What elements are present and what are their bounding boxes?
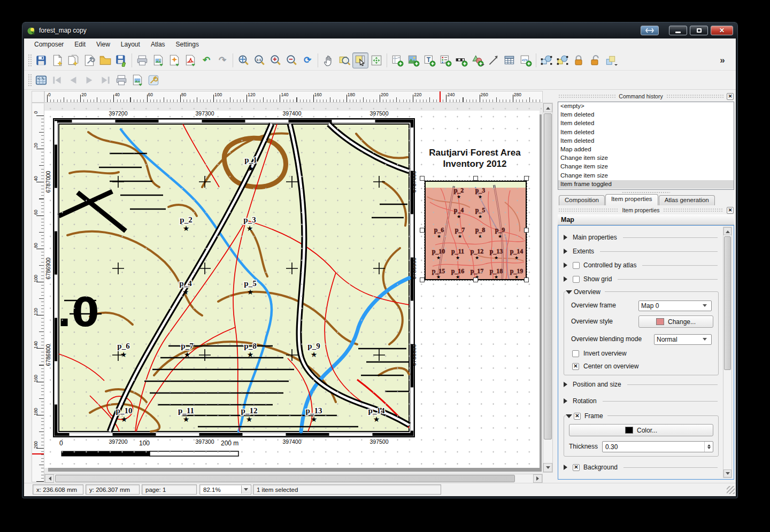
toolbar-grip[interactable] <box>28 54 32 67</box>
toolbar-overflow-button[interactable]: » <box>714 52 730 68</box>
add-image-button[interactable] <box>405 52 421 68</box>
overview-map-item[interactable]: p_2★ p_3★ p_4★ p_5★ p_6★ p_7★ p_8★ p_9★ … <box>425 181 527 280</box>
title-bar[interactable]: forest_map copy ✕ <box>22 22 737 38</box>
map-title-item[interactable]: Rautjarvi Forest Area Inventory 2012 <box>421 147 528 170</box>
save-as-template-button[interactable] <box>113 52 129 68</box>
selection-handle-se[interactable] <box>524 277 529 282</box>
section-overview[interactable]: Overview <box>566 287 605 297</box>
status-zoom-combo[interactable]: 82.1% <box>199 484 251 495</box>
composer-manager-button[interactable] <box>81 52 97 68</box>
close-panel-button[interactable]: ✕ <box>727 207 734 214</box>
selection-handle-e[interactable] <box>524 228 529 233</box>
previous-feature-button[interactable] <box>65 72 81 88</box>
invert-selection-button[interactable] <box>555 52 571 68</box>
composition-canvas[interactable]: .0 p_1★ p_2★ p_3★ p_4★ p_5★ p_6★ p_7★ p_… <box>44 103 542 473</box>
selection-handle-s[interactable] <box>473 277 478 282</box>
maximize-button[interactable] <box>690 26 708 35</box>
background-checkbox[interactable]: ✕ <box>573 464 580 471</box>
zoom-full-button[interactable] <box>235 52 251 68</box>
unlock-items-button[interactable] <box>587 52 603 68</box>
thickness-spinbox[interactable]: 0.30 <box>602 441 713 452</box>
export-image-button[interactable] <box>150 52 166 68</box>
new-composition-button[interactable] <box>49 52 65 68</box>
window-resize-grip[interactable] <box>727 486 735 494</box>
history-item[interactable]: Item deleted <box>558 111 734 119</box>
tab-atlas-generation[interactable]: Atlas generation <box>659 195 715 205</box>
section-background[interactable]: ✕ Background <box>564 462 718 472</box>
raise-items-button[interactable] <box>603 52 619 68</box>
add-attribute-table-button[interactable] <box>502 52 518 68</box>
section-frame[interactable]: ✕ Frame <box>566 411 607 421</box>
preview-atlas-button[interactable] <box>33 72 49 88</box>
add-shape-button[interactable] <box>469 52 486 68</box>
item-properties-titlebar[interactable]: Item properties ✕ <box>557 206 735 214</box>
export-svg-button[interactable] <box>166 52 182 68</box>
history-item[interactable]: Change item size <box>558 163 734 171</box>
add-scalebar-button[interactable] <box>453 52 469 68</box>
spin-buttons[interactable] <box>704 442 713 452</box>
history-item-selected[interactable]: Item frame toggled <box>558 180 734 189</box>
redo-button[interactable]: ↷ <box>214 52 230 68</box>
history-item[interactable]: Item deleted <box>558 128 734 137</box>
zoom-actual-button[interactable]: 1:1 <box>251 52 267 68</box>
overview-style-change-button[interactable]: Change... <box>638 315 713 328</box>
duplicate-composition-button[interactable] <box>65 52 81 68</box>
history-item[interactable]: Map added <box>558 145 734 154</box>
toolbar-grip[interactable] <box>28 74 32 87</box>
move-item-content-button[interactable] <box>368 52 384 68</box>
canvas-vertical-scrollbar[interactable] <box>543 103 553 473</box>
zoom-in-button[interactable] <box>267 52 283 68</box>
overview-blending-combo[interactable]: Normal <box>654 334 712 345</box>
last-feature-button[interactable] <box>97 72 113 88</box>
command-history-titlebar[interactable]: Command history ✕ <box>557 92 735 101</box>
history-item[interactable]: Item deleted <box>558 119 734 128</box>
menu-edit[interactable]: Edit <box>70 40 90 49</box>
command-history-list[interactable]: <empty> Item deleted Item deleted Item d… <box>558 102 734 190</box>
selection-handle-sw[interactable] <box>420 277 425 282</box>
canvas-horizontal-scrollbar[interactable] <box>44 474 543 483</box>
print-atlas-button[interactable] <box>113 72 129 88</box>
zoom-out-button[interactable] <box>283 52 299 68</box>
refresh-view-button[interactable]: ⟳ <box>299 52 315 68</box>
export-pdf-button[interactable] <box>182 52 198 68</box>
menu-layout[interactable]: Layout <box>116 40 145 49</box>
overview-frame-combo[interactable]: Map 0 <box>638 300 712 311</box>
select-all-button[interactable] <box>538 52 555 68</box>
map-item[interactable]: .0 p_1★ p_2★ p_3★ p_4★ p_5★ p_6★ p_7★ p_… <box>59 124 409 431</box>
zoom-region-button[interactable] <box>336 52 352 68</box>
print-button[interactable] <box>134 52 150 68</box>
composition-page[interactable]: .0 p_1★ p_2★ p_3★ p_4★ p_5★ p_6★ p_7★ p_… <box>44 111 540 468</box>
menu-settings[interactable]: Settings <box>171 40 204 49</box>
undo-button[interactable]: ↶ <box>198 52 214 68</box>
save-project-button[interactable] <box>33 52 49 68</box>
tab-item-properties[interactable]: Item properties <box>605 194 658 205</box>
scalebar-item[interactable]: 0 100 200 m <box>58 438 245 460</box>
section-main-properties[interactable]: Main properties <box>564 233 718 242</box>
frame-checkbox[interactable]: ✕ <box>574 413 581 420</box>
center-on-overview-checkbox[interactable]: ✕ <box>572 363 579 370</box>
section-show-grid[interactable]: Show grid <box>564 274 718 284</box>
keep-on-top-button[interactable] <box>641 26 659 35</box>
section-position-and-size[interactable]: Position and size <box>564 380 718 389</box>
select-move-item-button[interactable] <box>352 52 368 68</box>
invert-overview-row[interactable]: Invert overview <box>572 350 627 357</box>
history-item[interactable]: Item deleted <box>558 137 734 145</box>
section-controlled-by-atlas[interactable]: Controlled by atlas <box>564 260 718 270</box>
section-extents[interactable]: Extents <box>564 246 718 256</box>
dock-splitter[interactable] <box>558 190 734 194</box>
add-html-button[interactable]: </> <box>518 52 534 68</box>
add-label-button[interactable]: T <box>421 52 437 68</box>
selection-handle-ne[interactable] <box>524 176 529 181</box>
add-map-button[interactable] <box>389 52 405 68</box>
close-panel-button[interactable]: ✕ <box>727 93 734 100</box>
menu-view[interactable]: View <box>91 40 115 49</box>
history-item[interactable]: <empty> <box>558 102 734 111</box>
selection-handle-w[interactable] <box>420 228 425 233</box>
history-item[interactable]: Change item size <box>558 172 734 180</box>
menu-atlas[interactable]: Atlas <box>146 40 170 49</box>
tab-composition[interactable]: Composition <box>559 195 605 205</box>
invert-overview-checkbox[interactable] <box>572 350 579 357</box>
history-item[interactable]: Change item size <box>558 154 734 163</box>
next-feature-button[interactable] <box>81 72 97 88</box>
selection-handle-n[interactable] <box>473 176 478 181</box>
